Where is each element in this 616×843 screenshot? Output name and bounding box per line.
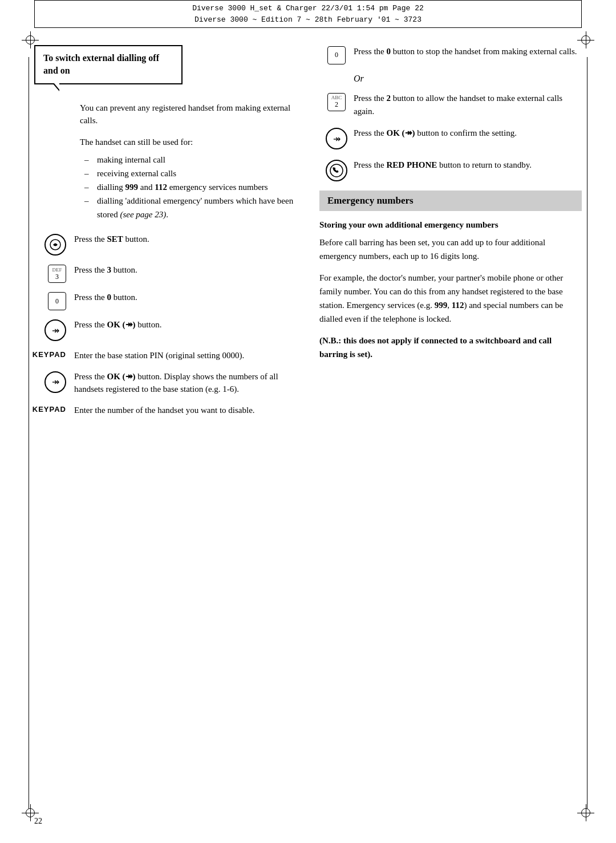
left-column: To switch external dialling off and on Y… [34, 45, 308, 424]
right-step-0-text: Press the 0 button to stop the handset f… [354, 45, 582, 58]
reg-mark-br [577, 804, 594, 821]
section-title: To switch external dialling off and on [43, 53, 159, 75]
step-0-text: Press the 0 button. [74, 291, 297, 304]
right-step-phone-text: Press the RED PHONE button to return to … [354, 159, 582, 172]
right-step-2-text: Press the 2 button to allow the handset … [354, 92, 582, 117]
step-keypad1: KEYPAD Enter the base station PIN (origi… [34, 349, 297, 362]
list-item: receiving external calls [91, 167, 297, 180]
step-set: Press the SET button. [34, 233, 297, 256]
key3-icon: DEF 3 [48, 265, 66, 283]
right-margin [587, 57, 587, 809]
emergency-para2: For example, the doctor's number, your p… [319, 271, 582, 326]
emergency-title: Emergency numbers [327, 195, 414, 206]
list-item: dialling 999 and 112 emergency services … [91, 180, 297, 194]
emergency-header: Emergency numbers [319, 191, 582, 211]
set-icon [44, 234, 66, 256]
step-3: DEF 3 Press the 3 button. [34, 264, 297, 283]
right-step-2: ABC 2 Press the 2 button to allow the ha… [319, 92, 582, 117]
ok1-icon: ↠ [44, 319, 66, 341]
right-key0-container: 0 [319, 45, 354, 64]
header-line2: Diverse 3000 ~ Edition 7 ~ 28th February… [40, 14, 576, 26]
section-title-box: To switch external dialling off and on [34, 45, 183, 84]
title-box-inner: To switch external dialling off and on [43, 52, 173, 78]
svg-point-1 [330, 164, 343, 177]
left-margin [29, 57, 29, 809]
step-3-text: Press the 3 button. [74, 264, 297, 277]
right-step-0: 0 Press the 0 button to stop the handset… [319, 45, 582, 64]
step-set-text: Press the SET button. [74, 233, 297, 246]
key3-icon-container: DEF 3 [34, 264, 74, 283]
step-keypad2-text: Enter the number of the handset you want… [74, 404, 297, 417]
intro-text: You can prevent any registered handset f… [80, 102, 297, 127]
emergency-para1: Before call barring has been set, you ca… [319, 236, 582, 263]
emergency-subheader: Storing your own additional emergency nu… [319, 220, 582, 230]
ok2-icon-container: ↠ [34, 370, 74, 393]
right-step-ok-text: Press the OK (↠) button to confirm the s… [354, 127, 582, 140]
key0-icon-container: 0 [34, 291, 74, 310]
bullet-list: making internal call receiving external … [91, 153, 297, 221]
step-0: 0 Press the 0 button. [34, 291, 297, 310]
red-phone-icon [326, 160, 347, 181]
step-ok1: ↠ Press the OK (↠) button. [34, 318, 297, 341]
keypad1-label: KEYPAD [33, 350, 66, 359]
page-header: Diverse 3000 H_set & Charger 22/3/01 1:5… [34, 0, 582, 28]
right-column: 0 Press the 0 button to stop the handset… [308, 45, 582, 424]
step-keypad1-text: Enter the base station PIN (original set… [74, 349, 297, 362]
set-icon-container [34, 233, 74, 256]
right-ok-icon: ↠ [326, 128, 347, 149]
step-keypad2: KEYPAD Enter the number of the handset y… [34, 404, 297, 417]
content-area: To switch external dialling off and on Y… [0, 28, 616, 447]
list-item: dialling 'additional emergency' numbers … [91, 194, 297, 221]
keypad1-icon-container: KEYPAD [34, 349, 74, 359]
right-step-ok: ↠ Press the OK (↠) button to confirm the… [319, 127, 582, 149]
right-ok-container: ↠ [319, 127, 354, 149]
right-key2-icon: ABC 2 [327, 93, 346, 111]
ok1-icon-container: ↠ [34, 318, 74, 341]
still-used-intro: The handset can still be used for: [80, 136, 297, 149]
ok2-icon: ↠ [44, 371, 66, 393]
right-key0-icon: 0 [327, 46, 346, 64]
keypad2-icon-container: KEYPAD [34, 404, 74, 414]
reg-mark-tr [577, 31, 594, 48]
step-ok2-text: Press the OK (↠) button. Display shows t… [74, 370, 297, 396]
right-key2-container: ABC 2 [319, 92, 354, 111]
page-number: 22 [34, 817, 42, 826]
right-step-phone: Press the RED PHONE button to return to … [319, 159, 582, 181]
keypad2-label: KEYPAD [33, 405, 66, 414]
step-ok1-text: Press the OK (↠) button. [74, 318, 297, 331]
header-line1: Diverse 3000 H_set & Charger 22/3/01 1:5… [40, 3, 576, 14]
right-phone-container [319, 159, 354, 181]
key0-icon: 0 [48, 292, 66, 310]
emergency-nb: (N.B.: this does not apply if connected … [319, 334, 582, 361]
list-item: making internal call [91, 153, 297, 167]
or-separator: Or [354, 74, 582, 84]
step-ok2: ↠ Press the OK (↠) button. Display shows… [34, 370, 297, 396]
page: Diverse 3000 H_set & Charger 22/3/01 1:5… [0, 0, 616, 843]
